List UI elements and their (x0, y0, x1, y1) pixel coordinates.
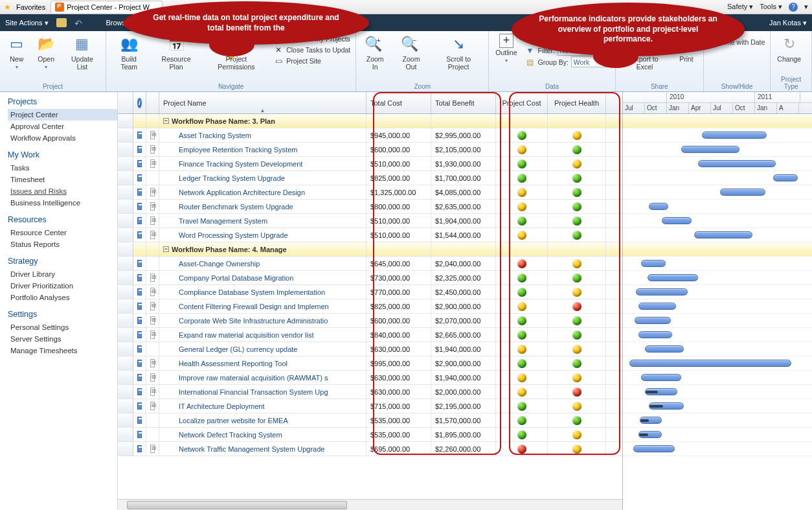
nav-driver-prioritization[interactable]: Driver Prioritization (8, 280, 117, 292)
table-row[interactable]: Word Processing System Upgrade$510,000.0… (118, 228, 622, 242)
help-menu-caret[interactable]: ▾ (804, 3, 808, 11)
cell-project-name[interactable]: Asset Tracking System (159, 128, 367, 142)
row-header[interactable] (118, 185, 133, 199)
group-row[interactable]: −Workflow Phase Name: 4. Manage (118, 242, 622, 257)
gantt-bar[interactable] (645, 388, 677, 395)
row-header[interactable] (118, 214, 133, 227)
table-row[interactable]: Health Assessment Reporting Tool$995,000… (118, 356, 622, 371)
table-row[interactable]: Expand raw material acquisition vendor l… (118, 328, 622, 342)
cell-project-name[interactable]: General Ledger (GL) currency update (159, 342, 367, 356)
row-header[interactable] (118, 413, 133, 427)
col-info[interactable]: i (133, 92, 146, 113)
nav-manage-timesheets[interactable]: Manage Timesheets (8, 345, 117, 356)
new-button[interactable]: ▭ New▾ (3, 32, 30, 71)
cell-project-name[interactable]: Corporate Web Site Infrastructure Admini… (159, 314, 367, 327)
table-row[interactable]: Corporate Web Site Infrastructure Admini… (118, 314, 622, 328)
table-row[interactable]: Ledger Tracking System Upgrade$825,000.0… (118, 171, 622, 185)
row-header[interactable] (118, 356, 133, 370)
gantt-bar[interactable] (635, 317, 671, 324)
gantt-bar[interactable] (681, 146, 739, 153)
gantt-bar[interactable] (629, 360, 791, 367)
table-row[interactable]: Compliance Database System Implementatio… (118, 285, 622, 299)
nav-timesheet[interactable]: Timesheet (8, 174, 117, 185)
table-row[interactable]: General Ledger (GL) currency update$630,… (118, 342, 622, 356)
nav-tasks[interactable]: Tasks (8, 162, 117, 174)
nav-status-reports[interactable]: Status Reports (8, 238, 117, 250)
gantt-bar[interactable] (649, 402, 684, 410)
row-header[interactable] (118, 399, 133, 413)
gantt-bar[interactable] (645, 345, 684, 353)
nav-project-center[interactable]: Project Center (8, 109, 117, 121)
col-project-health[interactable]: Project Health (548, 92, 606, 113)
grid-hscroll[interactable] (118, 499, 622, 510)
gantt-bar[interactable] (648, 274, 698, 281)
gantt-bar[interactable] (649, 203, 668, 210)
cell-project-name[interactable]: Content Filtering Firewall Design and Im… (159, 299, 367, 313)
cell-project-name[interactable]: Employee Retention Tracking System (159, 143, 367, 156)
project-site-button[interactable]: ▭Project Site (273, 56, 350, 66)
zoom-in-button[interactable]: 🔍+ Zoom In (359, 32, 391, 72)
cell-project-name[interactable]: Compliance Database System Implementatio… (159, 285, 367, 299)
gantt-bar[interactable] (640, 417, 662, 424)
table-row[interactable]: Finance Tracking System Development$510,… (118, 157, 622, 171)
row-header[interactable] (118, 328, 133, 342)
table-row[interactable]: International Financial Transaction Syst… (118, 385, 622, 399)
nav-up-icon[interactable] (74, 18, 84, 27)
cell-project-name[interactable]: Travel Management System (159, 214, 367, 227)
nav-bi[interactable]: Business Intelligence (8, 197, 117, 209)
col-rowheader[interactable] (118, 92, 133, 113)
cell-project-name[interactable]: Finance Tracking System Development (159, 157, 367, 170)
group-row[interactable]: −Workflow Phase Name: 3. Plan (118, 114, 622, 128)
nav-personal-settings[interactable]: Personal Settings (8, 321, 117, 333)
col-total-benefit[interactable]: Total Benefit (431, 92, 496, 113)
scroll-thumb[interactable] (127, 501, 347, 509)
col-type[interactable] (146, 92, 159, 113)
change-button[interactable]: ↻ Change (773, 32, 805, 65)
cell-project-name[interactable]: Localize partner website for EMEA (159, 413, 367, 427)
row-header[interactable] (118, 228, 133, 242)
nav-resource-center[interactable]: Resource Center (8, 227, 117, 238)
cell-project-name[interactable]: Network Application Architecture Design (159, 185, 367, 199)
nav-approval-center[interactable]: Approval Center (8, 121, 117, 132)
row-header[interactable] (118, 442, 133, 456)
row-header[interactable] (118, 257, 133, 270)
row-header[interactable] (118, 342, 133, 356)
collapse-icon[interactable]: − (163, 118, 169, 124)
table-row[interactable]: Network Application Architecture Design$… (118, 185, 622, 200)
table-row[interactable]: Employee Retention Tracking System$600,0… (118, 143, 622, 157)
help-icon[interactable]: ? (789, 3, 798, 12)
col-project-cost[interactable]: Project Cost (496, 92, 548, 113)
row-header[interactable] (118, 314, 133, 327)
table-row[interactable]: Asset Tracking System$945,000.00$2,995,0… (118, 128, 622, 143)
site-actions-menu[interactable]: Site Actions ▾ (5, 19, 49, 27)
row-header[interactable] (118, 371, 133, 384)
table-row[interactable]: Asset-Change Ownership$645,000.00$2,040,… (118, 257, 622, 271)
row-header[interactable] (118, 128, 133, 142)
gantt-bar[interactable] (641, 374, 681, 381)
cell-project-name[interactable]: Expand raw material acquisition vendor l… (159, 328, 367, 342)
nav-driver-library[interactable]: Driver Library (8, 268, 117, 280)
close-tasks-button[interactable]: ✕Close Tasks to Updat (273, 45, 350, 55)
cell-project-name[interactable]: Router Benchmark System Upgrade (159, 200, 367, 213)
scroll-to-project-button[interactable]: ↘ Scroll to Project (431, 32, 486, 72)
nav-server-settings[interactable]: Server Settings (8, 333, 117, 345)
table-row[interactable]: Network Traffic Management System Upgrad… (118, 442, 622, 456)
gantt-bar[interactable] (694, 231, 752, 238)
gantt-bar[interactable] (720, 189, 765, 196)
row-header[interactable] (118, 143, 133, 156)
nav-workflow-approvals[interactable]: Workflow Approvals (8, 132, 117, 144)
cell-project-name[interactable]: Asset-Change Ownership (159, 257, 367, 270)
gantt-bar[interactable] (638, 303, 676, 310)
favorites-star-icon[interactable]: ★ (4, 3, 11, 12)
cell-project-name[interactable]: Company Portal Database Migration (159, 271, 367, 284)
gantt-bar[interactable] (638, 431, 662, 438)
nav-portfolio-analyses[interactable]: Portfolio Analyses (8, 292, 117, 303)
row-header[interactable] (118, 157, 133, 170)
table-row[interactable]: Travel Management System$510,000.00$1,90… (118, 214, 622, 228)
zoom-out-button[interactable]: 🔍− Zoom Out (392, 32, 430, 72)
table-row[interactable]: Company Portal Database Migration$730,00… (118, 271, 622, 285)
tools-menu[interactable]: Tools ▾ (760, 3, 782, 11)
gantt-bar[interactable] (641, 260, 666, 267)
row-header[interactable] (118, 171, 133, 185)
gantt-bar[interactable] (636, 288, 688, 296)
